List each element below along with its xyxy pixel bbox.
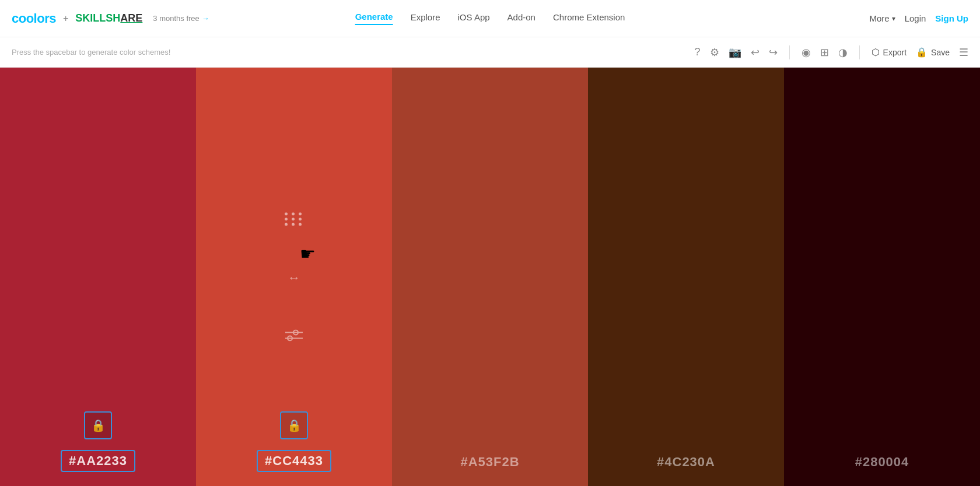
chevron-down-icon: ▾	[892, 15, 895, 23]
resize-icon[interactable]: ↔	[288, 270, 300, 286]
toolbar: Press the spacebar to generate color sch…	[0, 37, 980, 68]
undo-icon[interactable]: ↩	[751, 46, 760, 59]
redo-icon[interactable]: ↪	[769, 46, 778, 59]
nav-more[interactable]: More ▾	[869, 13, 895, 23]
nav-generate[interactable]: Generate	[355, 12, 393, 25]
export-label: Export	[883, 48, 907, 57]
hex-label-3[interactable]: #A53F2B	[453, 452, 526, 472]
nav-explore[interactable]: Explore	[411, 12, 440, 24]
nav-ios-app[interactable]: iOS App	[458, 12, 490, 24]
hex-label-2[interactable]: #CC4433	[257, 450, 331, 472]
skillshare-are: ARE	[120, 12, 142, 24]
skillshare-skills: SKILLS	[75, 12, 113, 24]
camera-icon[interactable]: 📷	[729, 46, 741, 59]
more-label: More	[869, 13, 889, 23]
toolbar-divider-2	[859, 45, 860, 59]
sliders-icon[interactable]	[285, 330, 303, 341]
hex-label-4[interactable]: #4C230A	[650, 452, 722, 472]
export-button[interactable]: ⬡ Export	[872, 47, 907, 58]
lock-button-1[interactable]: 🔒	[84, 411, 112, 439]
coolors-logo[interactable]: coolors	[12, 11, 56, 26]
header: coolors + SKILLSHARE 3 months free → Gen…	[0, 0, 980, 37]
lock-button-2[interactable]: 🔒	[280, 411, 308, 439]
grid-icon[interactable]: ⊞	[820, 46, 829, 59]
skillshare-logo[interactable]: SKILLSHARE	[75, 12, 142, 24]
color-panels: 🔒 #AA2233 ↔ ☛ 🔒 #CC4433 #A53F2B #4C230A …	[0, 68, 980, 486]
menu-icon[interactable]: ☰	[959, 46, 968, 59]
color-panel-4[interactable]: #4C230A	[588, 68, 784, 486]
signup-button[interactable]: Sign Up	[935, 13, 968, 23]
login-button[interactable]: Login	[905, 13, 926, 23]
color-panel-5[interactable]: #280004	[784, 68, 980, 486]
logo-plus: +	[63, 13, 68, 24]
hex-label-5[interactable]: #280004	[848, 452, 916, 472]
promo-label: 3 months free	[153, 14, 200, 23]
main-nav: Generate Explore iOS App Add-on Chrome E…	[355, 12, 625, 25]
panel-icons-2: ↔	[285, 213, 303, 341]
nav-chrome-extension[interactable]: Chrome Extension	[553, 12, 625, 24]
view-icon[interactable]: ◉	[802, 46, 811, 59]
contrast-icon[interactable]: ◑	[838, 46, 848, 59]
color-panel-3[interactable]: #A53F2B	[392, 68, 588, 486]
color-panel-1[interactable]: 🔒 #AA2233	[0, 68, 196, 486]
drag-grid-icon[interactable]	[285, 213, 303, 226]
settings-icon[interactable]: ⚙	[710, 46, 719, 59]
logo-area: coolors + SKILLSHARE 3 months free →	[12, 11, 209, 26]
promo-arrow-icon: →	[202, 14, 209, 23]
nav-addon[interactable]: Add-on	[508, 12, 536, 24]
hex-label-1[interactable]: #AA2233	[61, 450, 135, 472]
save-icon: 🔒	[916, 47, 928, 58]
toolbar-icons: ? ⚙ 📷 ↩ ↪ ◉ ⊞ ◑ ⬡ Export 🔒 Save ☰	[695, 45, 968, 59]
toolbar-divider-1	[789, 45, 790, 59]
color-panel-2[interactable]: ↔ ☛ 🔒 #CC4433	[196, 68, 392, 486]
header-right: More ▾ Login Sign Up	[869, 13, 968, 23]
share-icon: ⬡	[872, 47, 880, 58]
skillshare-h: H	[113, 12, 120, 24]
toolbar-hint: Press the spacebar to generate color sch…	[12, 48, 688, 57]
promo-text[interactable]: 3 months free →	[153, 14, 209, 23]
save-label: Save	[931, 48, 950, 57]
help-icon[interactable]: ?	[695, 46, 701, 58]
save-button[interactable]: 🔒 Save	[916, 47, 950, 58]
